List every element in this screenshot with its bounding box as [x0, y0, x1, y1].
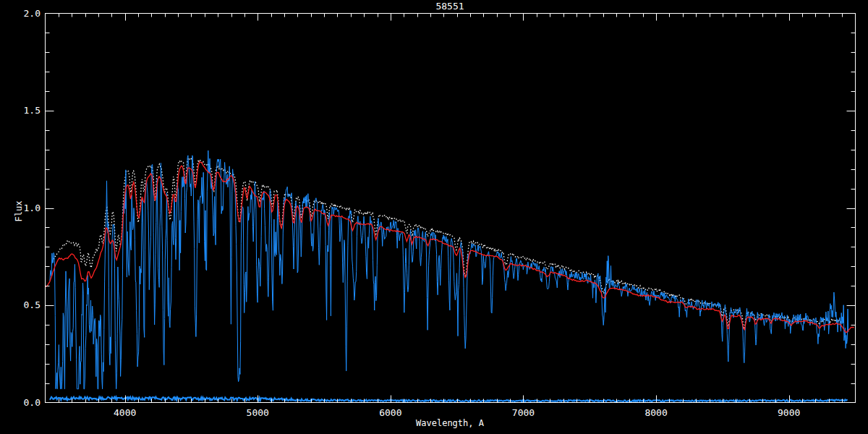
x-tick-label: 8000 — [644, 407, 667, 418]
y-tick-label: 1.5 — [24, 105, 41, 116]
y-tick-label: 2.0 — [24, 8, 41, 19]
y-tick-label: 0.5 — [24, 299, 41, 310]
y-tick-label: 1.0 — [24, 203, 41, 213]
spectrum-figure: 4000500060007000800090000.00.51.01.52.0 … — [0, 0, 868, 434]
y-tick-label: 0.0 — [24, 397, 41, 408]
error-spectrum-line — [50, 397, 848, 402]
series-layer — [46, 150, 854, 401]
x-tick-label: 6000 — [379, 407, 401, 418]
x-tick-label: 5000 — [247, 407, 269, 418]
template-spectrum-line — [52, 158, 842, 329]
x-tick-label: 9000 — [778, 407, 800, 418]
x-axis-label: Wavelength, A — [416, 418, 485, 428]
x-tick-label: 7000 — [512, 407, 535, 418]
spectrum-chart-svg: 4000500060007000800090000.00.51.01.52.0 … — [0, 0, 868, 434]
x-tick-label: 4000 — [114, 407, 136, 418]
chart-title: 58551 — [435, 1, 464, 12]
y-axis-label: Flux — [14, 201, 24, 222]
observed-spectrum-line — [50, 150, 848, 389]
